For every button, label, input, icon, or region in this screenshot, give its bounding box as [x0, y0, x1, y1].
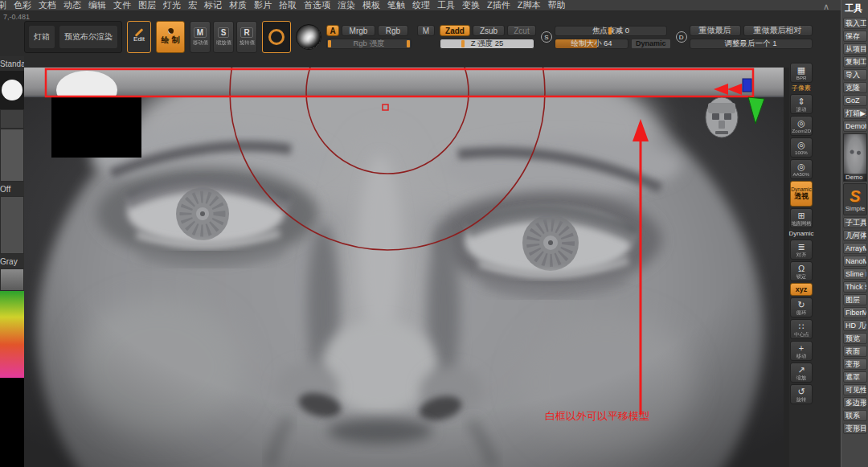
menu-dynamic[interactable]: 动态 [63, 0, 81, 11]
local-sym-button[interactable]: xyz [790, 283, 813, 296]
menu-light[interactable]: 灯光 [163, 0, 181, 11]
tray-collapse-icon[interactable]: ∧ [823, 2, 829, 12]
hue-strip[interactable] [0, 291, 24, 378]
save-tool-button[interactable]: 保存 [843, 31, 867, 42]
menu-movie[interactable]: 影片 [254, 0, 272, 11]
tool-section-preview[interactable]: 预览 [843, 333, 867, 344]
floor-grid-button[interactable]: ⊞ 地面网格 [790, 208, 813, 228]
menu-picker[interactable]: 拾取 [279, 0, 297, 11]
slider-thumb[interactable] [328, 40, 331, 47]
menu-texture[interactable]: 纹理 [412, 0, 430, 11]
import-button[interactable]: 导入 [843, 69, 867, 80]
preview-boolean-button[interactable]: 预览布尔渲染 [59, 25, 118, 49]
menu-render[interactable]: 渲染 [338, 0, 355, 11]
menu-transform[interactable]: 变换 [462, 0, 480, 11]
persp-button[interactable]: Dynamic 透视 [790, 181, 813, 207]
align-button[interactable]: ≣ 对齐 [790, 240, 813, 260]
mrgb-button[interactable]: Mrgb [342, 25, 375, 36]
current-brush-button[interactable] [262, 21, 291, 53]
stroke-selector[interactable] [0, 71, 24, 109]
spix-label[interactable]: 子像素 [792, 84, 811, 92]
tool-section-surface[interactable]: 表面 [843, 346, 867, 357]
tool-section-nanomesh[interactable]: NanoMesh [843, 256, 867, 267]
texture-selector[interactable] [0, 129, 24, 182]
menu-macro[interactable]: 宏 [188, 0, 197, 11]
tool-section-visibility[interactable]: 可见性 [843, 384, 867, 395]
zoom2d-button[interactable]: ◎ Zoom2D [790, 116, 813, 136]
lightbox-button[interactable]: 灯箱 [28, 25, 55, 49]
lightbox-to-tool-button[interactable]: 灯箱▶工具 [843, 108, 867, 119]
canvas-move-button[interactable]: + 移动 [790, 341, 813, 361]
actual-size-button[interactable]: ◎ 100% [790, 137, 813, 158]
tool-section-morph-target[interactable]: 变形目标 [843, 423, 867, 434]
zcut-button[interactable]: Zcut [507, 25, 536, 36]
draw-size-slider[interactable]: 绘制大小 64 [555, 39, 628, 49]
canvas-rotate-button[interactable]: ↺ 旋转 [790, 384, 813, 404]
aahalf-button[interactable]: ◎ AA50% [790, 159, 813, 179]
draw-button[interactable]: 绘 制 [156, 21, 185, 53]
menu-tool[interactable]: 工具 [437, 0, 455, 11]
goz-button[interactable]: GoZ [843, 95, 867, 106]
adjust-last-slider[interactable]: 调整最后一个 1 [690, 39, 813, 49]
pivot-button[interactable]: ∷ 中心点 [790, 319, 813, 339]
redo-last-relative-button[interactable]: 重做最后相对 [743, 25, 813, 36]
lock-button[interactable]: Ω 锁定 [790, 261, 813, 281]
menu-marker[interactable]: 标记 [204, 0, 222, 11]
current-tool-thumbnail[interactable]: Demo [843, 133, 867, 182]
simple-brush-tool[interactable]: S Simple [843, 183, 867, 215]
load-tool-button[interactable]: 载入工具 [843, 18, 867, 29]
bpr-button[interactable]: ▦ BPR [790, 63, 813, 83]
menu-brush[interactable]: 笔刷 [0, 0, 6, 11]
tool-section-thick-skin[interactable]: Thick Skin [843, 281, 867, 293]
tool-section-deformation[interactable]: 变形 [843, 358, 867, 370]
menu-help[interactable]: 帮助 [547, 0, 565, 11]
brush-name-label[interactable]: Standard [0, 56, 24, 71]
current-color-swatch[interactable] [0, 378, 24, 467]
adjust-icon[interactable]: D [676, 31, 687, 43]
current-material-button[interactable] [296, 24, 321, 50]
tool-section-layers[interactable]: 图层 [843, 294, 867, 305]
menu-preferences[interactable]: 首选项 [304, 0, 330, 11]
sculpt-canvas[interactable]: 白框以外可以平移模型 [24, 68, 784, 467]
color-picker-corner[interactable] [0, 268, 24, 291]
menu-stencil[interactable]: 模板 [362, 0, 380, 11]
scale-mode-button[interactable]: S 缩放值 [213, 21, 234, 53]
menu-layer[interactable]: 图层 [138, 0, 156, 11]
tool-section-geometry[interactable]: 几何体编辑 [843, 230, 867, 241]
focal-shift-slider[interactable]: 焦点衰减 0 [555, 26, 667, 36]
rgb-button[interactable]: Rgb [378, 25, 408, 36]
scroll-button[interactable]: ⇕ 滚动 [790, 94, 813, 114]
zadd-button[interactable]: Zadd [440, 25, 470, 36]
get-from-project-button[interactable]: 从项目获取 [843, 43, 867, 55]
menu-material[interactable]: 材质 [229, 0, 247, 11]
alpha-selector[interactable] [0, 109, 24, 129]
rgb-intensity-slider[interactable]: Rgb 强度 [326, 39, 411, 49]
tool-section-subtool[interactable]: 子工具 [843, 217, 867, 228]
rotate-mode-button[interactable]: R 旋转值 [236, 21, 257, 53]
tool-section-polygroups[interactable]: 多边形组 [843, 397, 867, 408]
menu-stroke[interactable]: 笔触 [387, 0, 405, 11]
tool-section-slime-bridge[interactable]: Slime Bridge [843, 268, 867, 280]
focal-shift-icon[interactable]: S [541, 31, 552, 43]
menu-document[interactable]: 文档 [39, 0, 56, 11]
menu-file[interactable]: 文件 [113, 0, 131, 11]
edit-button[interactable]: Edit [127, 21, 151, 53]
zsub-button[interactable]: Zsub [473, 25, 505, 36]
slider-thumb[interactable] [461, 40, 465, 47]
menu-zplugin[interactable]: Z插件 [487, 0, 510, 11]
redo-last-button[interactable]: 重做最后 [690, 25, 741, 36]
menu-zscript[interactable]: Z脚本 [518, 0, 541, 11]
m-button[interactable]: M [417, 25, 435, 36]
material-selector[interactable] [0, 196, 24, 254]
camview-widget[interactable] [706, 97, 738, 137]
current-tool-name[interactable]: DemoHead [843, 121, 867, 132]
z-intensity-slider[interactable]: Z 强度 25 [440, 39, 534, 49]
tool-section-contact[interactable]: 联系 [843, 410, 867, 421]
menu-edit[interactable]: 编辑 [88, 0, 106, 11]
clone-button[interactable]: 克隆 [843, 82, 867, 93]
color-a-button[interactable]: A [326, 25, 339, 36]
slider-thumb[interactable] [407, 40, 410, 47]
tool-section-arraymesh[interactable]: ArrayMesh [843, 243, 867, 254]
tool-section-masking[interactable]: 遮罩 [843, 371, 867, 383]
slider-thumb[interactable] [608, 27, 612, 35]
